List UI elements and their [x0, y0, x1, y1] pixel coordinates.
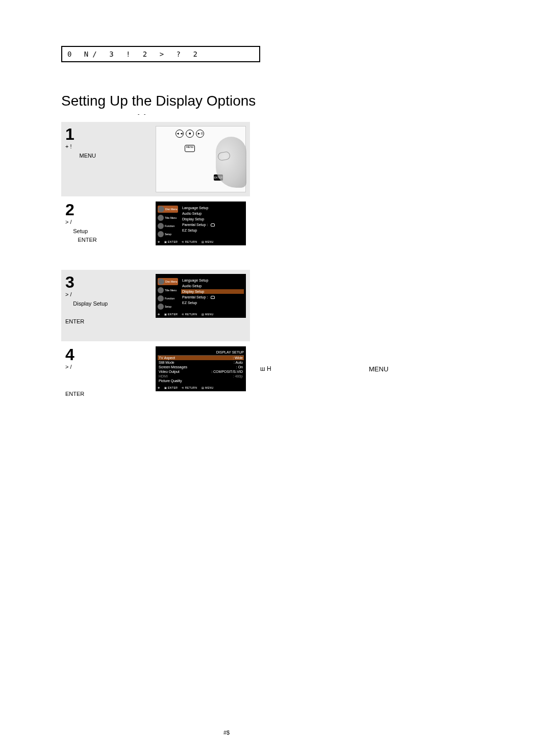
osd-item: EZ Setup	[181, 300, 244, 305]
move-icon: ✥	[158, 313, 160, 316]
step-text-prefix: > /	[65, 291, 72, 297]
play-icon: ►II	[196, 130, 204, 138]
osd-tab-title-menu: Title Menu	[158, 287, 178, 293]
enter-icon: ▣ ENTER	[164, 386, 178, 389]
osd-tab-setup: Setup	[158, 304, 178, 310]
osd-tab-setup: Setup	[158, 231, 178, 237]
display-item: Picture Quality	[158, 379, 244, 383]
step-number: 3	[65, 274, 153, 290]
display-item-tv-aspect: TV AspectWide	[158, 356, 244, 360]
osd-tab-function: Function	[158, 295, 178, 301]
disc-icon	[158, 279, 164, 285]
osd-footer: ✥ ▣ ENTER ⟲ RETURN ▤ MENU	[158, 386, 244, 389]
display-setup-header: DISPLAY SETUP	[158, 350, 244, 354]
return-icon: ⟲ RETURN	[182, 240, 197, 243]
step-2-row: 2 > / Setup ENTER Disc Menu Title Menu F…	[61, 197, 250, 269]
move-icon: ✥	[158, 386, 160, 389]
step-text-prefix: > /	[65, 364, 72, 370]
function-icon	[158, 223, 164, 229]
step-number: 2	[65, 201, 153, 218]
osd-item-highlighted: Display Setup	[181, 289, 244, 294]
osd-footer: ✥ ▣ ENTER ⟲ RETURN ▤ MENU	[158, 313, 244, 316]
step-key: ENTER	[65, 391, 84, 397]
menu-icon: ▤ MENU	[202, 240, 214, 243]
title-icon	[158, 287, 164, 293]
osd-item: Audio Setup	[181, 284, 244, 288]
step-3-row: 3 > / Display Setup ENTER Disc Menu Titl…	[61, 270, 250, 341]
step-4-row: 4 > / ENTER DISPLAY SETUP TV AspectWide …	[61, 342, 250, 414]
osd-item: Language Setup	[181, 206, 244, 210]
hand-graphic	[216, 137, 246, 188]
prev-icon: ◄◄	[176, 130, 184, 138]
osd-item: EZ Setup	[181, 228, 244, 233]
side-note: ш H	[260, 365, 271, 372]
menu-icon: ▤ MENU	[202, 386, 214, 389]
step-text-prefix: > /	[65, 219, 72, 225]
step-1-row: 1 + ! MENU ◄◄ ■ ►II MENU ENTER	[61, 122, 250, 196]
lock-icon	[211, 223, 215, 226]
return-icon: ⟲ RETURN	[182, 313, 197, 316]
stop-icon: ■	[186, 130, 194, 138]
step-sub: Display Setup	[73, 300, 108, 307]
display-item: Still ModeAuto	[158, 360, 244, 365]
osd-item: Audio Setup	[181, 211, 244, 216]
title-icon	[158, 215, 164, 221]
display-item-hdmi: HDMI480p	[158, 374, 244, 379]
osd-screen: Disc Menu Title Menu Function Setup Lang…	[156, 201, 246, 245]
step-key: ENTER	[65, 318, 84, 324]
gear-icon	[158, 231, 164, 237]
disc-icon	[158, 206, 164, 212]
remote-illustration: ◄◄ ■ ►II MENU ENTER	[156, 126, 246, 192]
osd-item: Display Setup	[181, 217, 244, 221]
section-title: Setting Up the Display Options	[61, 93, 490, 109]
osd-tab-disc-menu: Disc Menu	[158, 278, 178, 285]
osd-tab-function: Function	[158, 223, 178, 229]
osd-display-setup-screen: DISPLAY SETUP TV AspectWide Still ModeAu…	[156, 346, 246, 391]
osd-item: Parental Setup :	[181, 222, 244, 227]
display-item: Screen MessagesOn	[158, 365, 244, 369]
osd-screen: Disc Menu Title Menu Function Setup Lang…	[156, 274, 246, 318]
header-box: 0 N/ 3 ! 2 > ? 2	[61, 46, 260, 62]
page-number: #$	[223, 729, 230, 736]
enter-icon: ▣ ENTER	[164, 240, 178, 243]
step-key: MENU	[80, 153, 96, 159]
lock-icon	[211, 296, 215, 299]
header-text: 0 N/ 3 ! 2 > ? 2	[67, 50, 202, 58]
display-item: Video OutputCOMPOSIT/S-VID	[158, 369, 244, 374]
osd-item: Language Setup	[181, 278, 244, 283]
enter-icon: ▣ ENTER	[164, 313, 178, 316]
side-note-menu: MENU	[369, 365, 388, 373]
subtitle: - -	[138, 111, 490, 117]
menu-button-icon: MENU	[185, 145, 195, 152]
menu-icon: ▤ MENU	[202, 313, 214, 316]
gear-icon	[158, 304, 164, 310]
step-number: 1	[65, 126, 153, 142]
osd-footer: ✥ ▣ ENTER ⟲ RETURN ▤ MENU	[158, 240, 244, 243]
step-number: 4	[65, 346, 153, 363]
osd-tab-title-menu: Title Menu	[158, 215, 178, 221]
function-icon	[158, 295, 164, 301]
step-sub: Setup	[73, 228, 88, 234]
step-text-prefix: + !	[65, 143, 72, 149]
step-key: ENTER	[78, 237, 96, 243]
osd-tab-disc-menu: Disc Menu	[158, 206, 178, 213]
move-icon: ✥	[158, 240, 160, 243]
osd-item: Parental Setup :	[181, 295, 244, 299]
return-icon: ⟲ RETURN	[182, 386, 197, 389]
